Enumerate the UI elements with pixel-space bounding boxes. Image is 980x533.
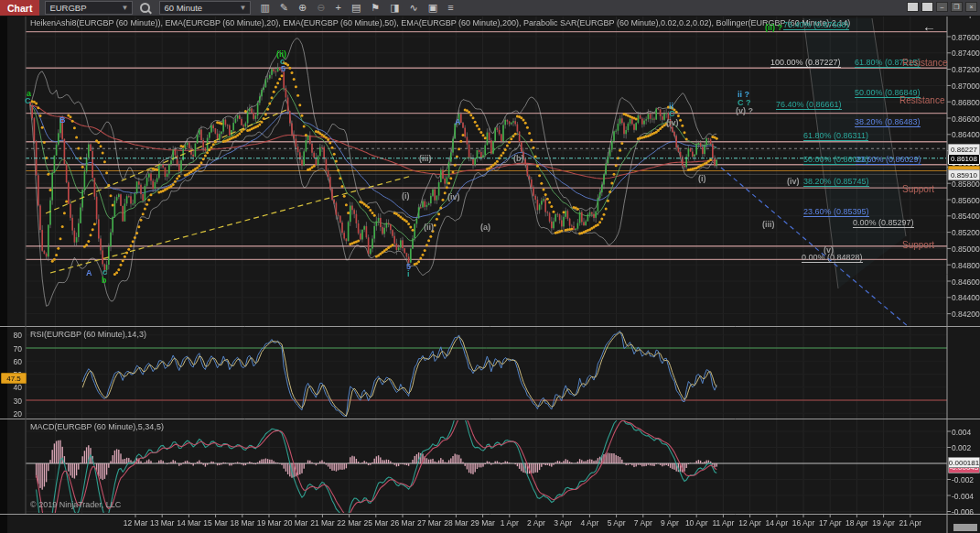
macd-axis-tick: -0.004 (952, 492, 974, 501)
wave-label[interactable]: A (455, 117, 461, 126)
wave-label[interactable]: C (25, 96, 31, 105)
chevron-down-icon: ▼ (240, 4, 247, 12)
macd-axis-tick: 0.004 (952, 428, 971, 437)
wave-label[interactable]: (v) ? (736, 106, 753, 115)
fib-retracement-label[interactable]: 76.40% (0.87668) (783, 20, 849, 30)
rsi-value-marker: 47.5 (1, 373, 27, 384)
indicators-icon[interactable]: ∿ (410, 3, 418, 13)
wave-label[interactable]: (iii) (762, 220, 775, 229)
toolbar: Chart EURGBP ▼ 60 Minute ▼ ▥✎⊕⊖+▤⚑◨∿▣≡ (0, 0, 980, 16)
zoom-out-icon[interactable]: ⊖ (317, 3, 325, 13)
fib-retracement-label[interactable]: 38.20% (0.86483) (855, 117, 921, 127)
instrument-selector[interactable]: EURGBP ▼ (45, 1, 133, 15)
fib-retracement-label[interactable]: 23.60% (0.86029) (856, 155, 921, 165)
interval-selector[interactable]: 60 Minute ▼ (159, 1, 251, 15)
ninjatrader-chart-window: Chart EURGBP ▼ 60 Minute ▼ ▥✎⊕⊖+▤⚑◨∿▣≡ –… (0, 0, 980, 533)
rsi-axis-tick: 70 (7, 344, 22, 354)
wave-label[interactable]: B (59, 115, 66, 125)
date-axis-tick: 21 Apr (892, 518, 929, 528)
restore-button[interactable]: ❒ (951, 2, 963, 12)
close-button[interactable]: × (965, 2, 977, 12)
price-axis-tick: 0.84800 (952, 261, 980, 270)
search-icon[interactable] (140, 3, 150, 13)
price-axis-tick: 0.86600 (952, 114, 980, 124)
wave-label[interactable]: (b) (513, 154, 524, 163)
wave-label[interactable]: A (86, 268, 92, 277)
instrument-value: EURGBP (49, 3, 86, 13)
data-series-icon[interactable]: ≡ (447, 3, 453, 13)
macd-value-marker: 0.000181 (948, 457, 980, 468)
chart-overlay: HeikenAshi8(EURGBP (60 Minute)), EMA(EUR… (0, 0, 980, 533)
rsi-axis-tick: 30 (7, 397, 22, 406)
price-axis-tick: 0.85400 (952, 212, 980, 221)
price-marker: 0.86108 (948, 154, 980, 165)
price-axis-tick: 0.85800 (952, 179, 980, 189)
resistance-label[interactable]: Resistance (899, 96, 944, 105)
support-label[interactable]: Support (902, 241, 934, 250)
interval-value: 60 Minute (164, 3, 202, 13)
copyright-label: © 2019 NinjaTrader, LLC (30, 500, 121, 509)
minimize-button[interactable]: – (936, 2, 948, 12)
drawing-tools-icon[interactable]: ✎ (280, 3, 288, 13)
chart-style-icon[interactable]: ▥ (260, 3, 269, 13)
rsi-axis-tick: 80 (7, 331, 22, 340)
rsi-axis-tick: 60 (7, 357, 22, 366)
rsi-panel-indicator-label: RSI(EURGBP (60 Minute),14,3) (30, 330, 146, 339)
chevron-down-icon: ▼ (122, 4, 129, 12)
price-axis-tick: 0.87200 (952, 65, 980, 74)
wave-label[interactable]: (iii) (419, 154, 432, 163)
wave-label[interactable]: (i) (402, 191, 410, 201)
wave-label[interactable]: (ii) (424, 223, 434, 232)
price-axis-tick: 0.87000 (952, 82, 980, 91)
wave-label[interactable]: (iv) (787, 177, 800, 186)
fib-retracement-label[interactable]: 0.00% (0.85297) (853, 218, 914, 228)
wave-label[interactable]: b (102, 276, 107, 285)
macd-axis-tick: 0.002 (952, 443, 971, 452)
wave-label[interactable]: (v) (824, 245, 834, 255)
support-label[interactable]: Support (902, 185, 934, 194)
price-axis-tick: 0.84600 (952, 277, 980, 287)
price-axis-tick: 0.86800 (952, 98, 980, 107)
wave-label[interactable]: C (669, 109, 675, 118)
properties-icon[interactable]: ▣ (428, 3, 437, 13)
fib-retracement-label[interactable]: 76.40% (0.86661) (776, 100, 842, 110)
price-marker: 0.85910 (948, 169, 980, 180)
data-box-icon[interactable]: ▤ (351, 3, 361, 13)
price-axis-tick: 0.87600 (952, 33, 980, 42)
back-arrow-icon[interactable]: ← (922, 18, 936, 34)
pin-button[interactable] (921, 2, 933, 12)
wave-label[interactable]: 5 (281, 64, 285, 73)
price-axis-tick: 0.84400 (952, 293, 980, 302)
macd-panel-indicator-label: MACD(EURGBP (60 Minute),5,34,5) (30, 422, 164, 431)
price-axis-tick: 0.84200 (952, 310, 980, 319)
wave-label[interactable]: (a) (480, 223, 490, 232)
macd-axis-tick: -0.002 (952, 475, 974, 484)
window-buttons: –❒× (907, 2, 977, 12)
wave-label[interactable]: (iv) (447, 192, 460, 201)
rsi-axis-tick: 40 (7, 383, 22, 392)
fib-retracement-label[interactable]: 38.20% (0.85745) (803, 177, 869, 187)
fib-retracement-label[interactable]: 23.60% (0.85395) (803, 207, 869, 217)
wave-label[interactable]: i (407, 269, 410, 278)
wave-label[interactable]: (iv) (666, 118, 679, 127)
crosshair-icon[interactable]: + (335, 3, 340, 13)
price-panel-indicator-label: HeikenAshi8(EURGBP (60 Minute)), EMA(EUR… (30, 18, 850, 27)
price-axis-tick: 0.85600 (952, 196, 980, 205)
rsi-axis-tick: 20 (7, 409, 22, 419)
price-axis-tick: 0.87400 (952, 49, 980, 58)
wave-label[interactable]: (ii) ? (765, 23, 782, 32)
resistance-label[interactable]: Resistance (902, 59, 947, 68)
wave-label[interactable]: (i) (698, 174, 706, 183)
chart-trader-icon[interactable]: ◨ (390, 3, 399, 13)
zoom-in-icon[interactable]: ⊕ (298, 3, 307, 13)
alerts-icon[interactable]: ⚑ (371, 3, 380, 13)
price-axis-tick: 0.85000 (952, 245, 980, 254)
toolbar-icon-group: ▥✎⊕⊖+▤⚑◨∿▣≡ (260, 3, 453, 13)
dock-button[interactable] (907, 2, 919, 12)
price-axis-tick: 0.85200 (952, 228, 980, 237)
price-axis-tick: 0.86400 (952, 130, 980, 139)
chart-tab[interactable]: Chart (0, 0, 39, 16)
fib-retracement-label[interactable]: 100.00% (0.87227) (770, 58, 841, 68)
fib-retracement-label[interactable]: 61.80% (0.86311) (803, 131, 868, 141)
macd-axis-tick: -0.006 (952, 507, 974, 517)
